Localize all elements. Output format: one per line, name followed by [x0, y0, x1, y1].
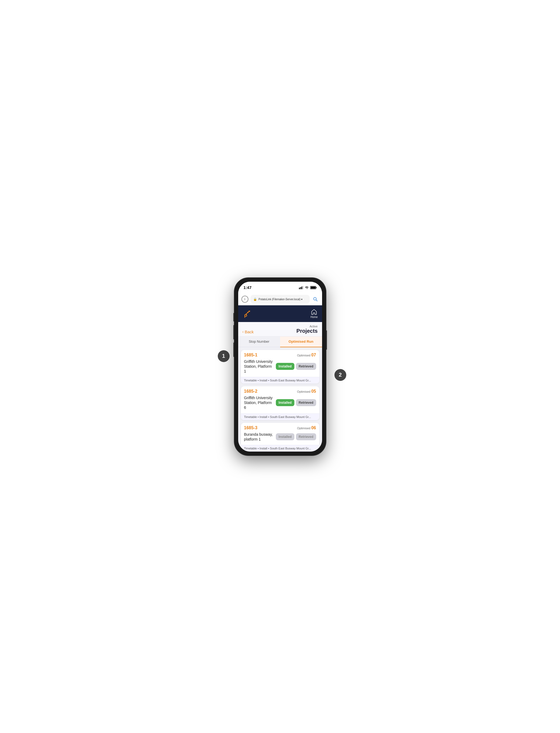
svg-rect-1	[300, 287, 301, 289]
back-button[interactable]: ‹ Back	[242, 330, 254, 334]
action-buttons-3: Installed Retrieved	[276, 433, 316, 440]
stop-card-1[interactable]: 1685-1 Optimised 07 Griffith UniversityS…	[241, 350, 319, 384]
scene: 1 2 1:47	[210, 275, 350, 458]
stop-location-2: Griffith UniversityStation, Platform 6	[244, 395, 273, 410]
volume-down-button	[233, 343, 234, 357]
browser-search-button[interactable]	[312, 296, 319, 303]
card-footer-1: Timetable • Install • South East Busway …	[241, 377, 319, 383]
retrieved-button-1[interactable]: Retrieved	[296, 363, 316, 370]
installed-button-2[interactable]: Installed	[276, 399, 294, 406]
signal-icon	[299, 286, 303, 289]
tab-optimised-run[interactable]: Optimised Run	[280, 337, 322, 347]
svg-text:P: P	[244, 314, 247, 319]
stops-list[interactable]: 1685-1 Optimised 07 Griffith UniversityS…	[238, 347, 322, 451]
annotation-1: 1	[218, 350, 230, 362]
browser-url-bar[interactable]: 🔒 PotatoLink (Filemaker-Server.local) ▾	[251, 295, 310, 304]
phone-screen: 1:47	[238, 282, 322, 451]
tab-stop-number[interactable]: Stop Number	[238, 337, 280, 347]
stop-id-1685-1: 1685-1	[244, 353, 258, 358]
back-chevron-icon: ‹	[242, 330, 244, 334]
svg-rect-5	[316, 287, 316, 288]
lock-icon: 🔒	[253, 298, 257, 301]
installed-button-3[interactable]: Installed	[276, 433, 294, 440]
logo: P	[242, 308, 255, 319]
page-title: Projects	[297, 328, 318, 334]
action-buttons-2: Installed Retrieved	[276, 399, 316, 406]
stop-card-2[interactable]: 1685-2 Optimised 05 Griffith UniversityS…	[241, 386, 319, 420]
page-title-area: Active Projects	[297, 325, 318, 334]
action-buttons-1: Installed Retrieved	[276, 363, 316, 370]
page-header: ‹ Back Active Projects	[238, 322, 322, 337]
optimised-label-3: Optimised 06	[297, 425, 316, 430]
battery-icon	[310, 286, 317, 289]
retrieved-button-3[interactable]: Retrieved	[296, 433, 316, 440]
stop-id-1685-3: 1685-3	[244, 425, 258, 430]
home-label: Home	[311, 316, 318, 319]
back-label: Back	[245, 330, 254, 334]
svg-rect-0	[299, 288, 300, 289]
logo-icon: P	[242, 308, 255, 319]
phone-frame: 1:47	[234, 278, 326, 455]
status-time: 1:47	[244, 285, 252, 290]
stop-card-3[interactable]: 1685-3 Optimised 06 Buranda busway,platf…	[241, 423, 319, 451]
wifi-icon	[305, 286, 309, 289]
status-bar: 1:47	[238, 282, 322, 294]
svg-rect-6	[311, 287, 315, 289]
svg-rect-2	[301, 287, 302, 289]
power-button	[326, 330, 327, 350]
active-label: Active	[297, 325, 318, 328]
browser-back-button[interactable]	[241, 296, 248, 303]
card-footer-3: Timetable • Install • South East Busway …	[241, 445, 319, 451]
stop-location-1: Griffith UniversityStation, Platform 1	[244, 359, 273, 374]
optimised-label-1: Optimised 07	[297, 353, 316, 358]
volume-silent-button	[233, 313, 234, 322]
browser-bar: 🔒 PotatoLink (Filemaker-Server.local) ▾	[238, 294, 322, 305]
svg-rect-3	[302, 286, 303, 289]
app-header: P Home	[238, 305, 322, 322]
home-icon	[311, 309, 317, 315]
installed-button-1[interactable]: Installed	[276, 363, 294, 370]
tab-bar: Stop Number Optimised Run	[238, 337, 322, 347]
url-text: PotatoLink (Filemaker-Server.local) ▾	[259, 298, 303, 301]
optimised-label-2: Optimised 05	[297, 389, 316, 394]
stop-id-1685-2: 1685-2	[244, 389, 258, 394]
card-footer-2: Timetable • Install • South East Busway …	[241, 413, 319, 420]
volume-up-button	[233, 325, 234, 340]
home-button[interactable]: Home	[311, 309, 318, 319]
stop-location-3: Buranda busway,platform 1	[244, 432, 273, 441]
annotation-2: 2	[334, 369, 346, 381]
retrieved-button-2[interactable]: Retrieved	[296, 399, 316, 406]
svg-line-8	[316, 300, 317, 301]
status-icons	[299, 286, 317, 289]
